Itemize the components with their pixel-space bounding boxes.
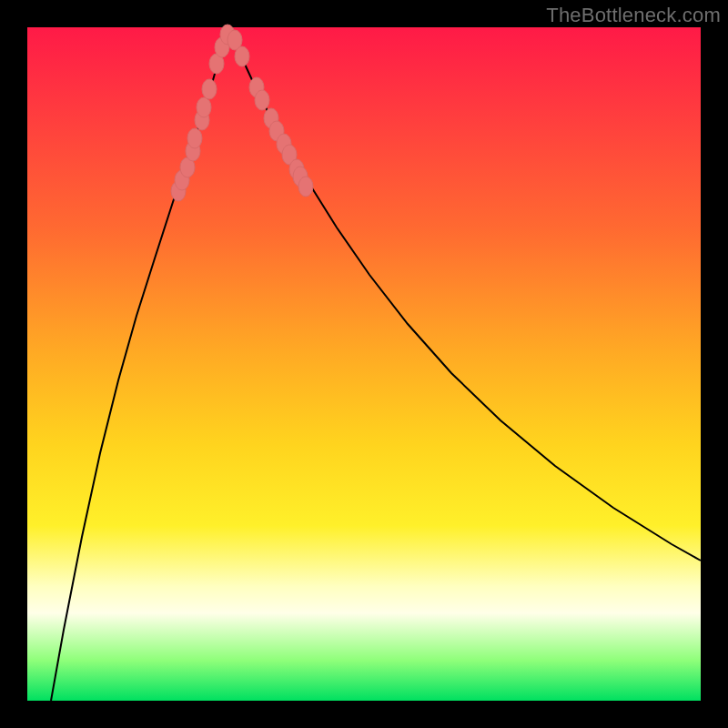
data-marker: [298, 177, 313, 197]
watermark-text: TheBottleneck.com: [546, 4, 721, 27]
data-marker: [202, 79, 217, 99]
data-marker: [255, 90, 269, 110]
curve-layer: [27, 27, 701, 701]
data-marker: [197, 97, 211, 117]
data-marker: [187, 128, 202, 148]
marker-group: [171, 25, 313, 201]
chart-frame: TheBottleneck.com: [0, 0, 728, 728]
plot-area: [27, 27, 701, 701]
data-marker: [235, 46, 249, 66]
curve-right-branch: [229, 31, 701, 561]
curve-left-branch: [51, 31, 229, 701]
